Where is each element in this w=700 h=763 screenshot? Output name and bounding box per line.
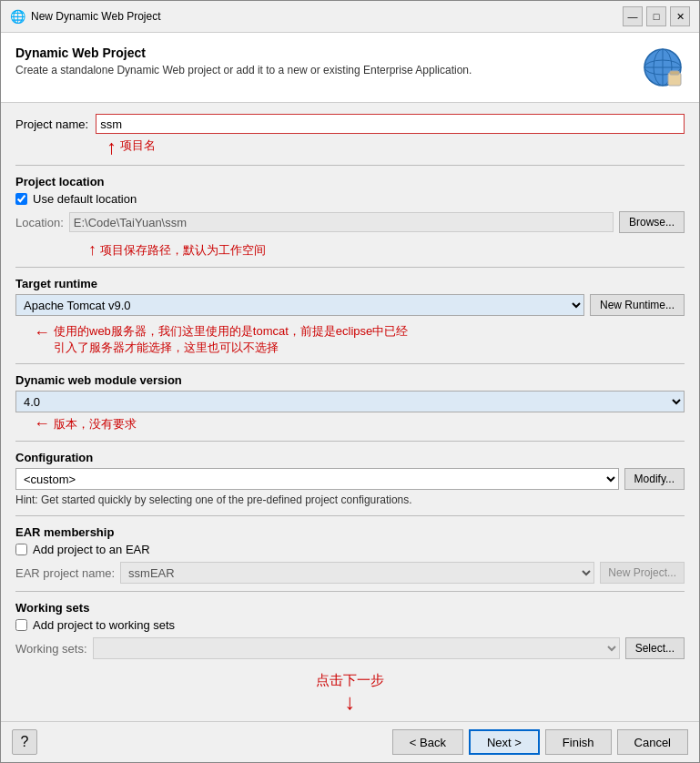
version-select[interactable]: 4.0 xyxy=(15,391,685,412)
project-name-label: Project name: xyxy=(15,117,88,131)
dialog-header: Dynamic Web Project Create a standalone … xyxy=(1,33,699,103)
ear-project-row: EAR project name: ssmEAR New Project... xyxy=(15,562,685,584)
new-project-button: New Project... xyxy=(600,562,685,584)
runtime-select[interactable]: Apache Tomcat v9.0 xyxy=(15,294,584,316)
title-bar: 🌐 New Dynamic Web Project — □ ✕ xyxy=(1,1,699,33)
working-sets-select xyxy=(93,637,620,659)
back-button[interactable]: < Back xyxy=(392,729,463,755)
next-button[interactable]: Next > xyxy=(469,729,540,755)
modify-button[interactable]: Modify... xyxy=(624,468,685,490)
configuration-section: Configuration xyxy=(15,451,685,464)
project-name-row: Project name: xyxy=(15,114,685,134)
dialog-window: 🌐 New Dynamic Web Project — □ ✕ Dynamic … xyxy=(0,0,700,763)
dynamic-web-section: Dynamic web module version xyxy=(15,373,685,387)
maximize-button[interactable]: □ xyxy=(646,6,666,26)
title-bar-text: New Dynamic Web Project xyxy=(31,10,617,23)
working-sets-input-row: Working sets: Select... xyxy=(15,637,685,659)
annot-project-name: 项目名 xyxy=(120,137,156,154)
use-default-label: Use default location xyxy=(33,192,137,206)
annotation-space: 点击下一步 ↓ xyxy=(15,665,685,719)
divider-4 xyxy=(15,441,685,442)
annotation-version: ← 版本，没有要求 xyxy=(15,414,685,433)
header-icon xyxy=(641,46,685,89)
annotation-location: ↑ 项目保存路径，默认为工作空间 xyxy=(15,240,685,259)
location-input xyxy=(69,212,614,232)
divider-6 xyxy=(15,591,685,592)
annot-version: 版本，没有要求 xyxy=(54,416,137,432)
finish-button[interactable]: Finish xyxy=(545,729,612,755)
hint-text: Hint: Get started quickly by selecting o… xyxy=(15,493,685,506)
ear-project-label: EAR project name: xyxy=(15,566,115,580)
dialog-body: Project name: ↑ 项目名 Project location Use… xyxy=(1,103,699,721)
next-step-annotation: 点击下一步 ↓ xyxy=(15,665,685,715)
arrow-icon-2: ↑ xyxy=(88,240,96,259)
ear-project-select: ssmEAR xyxy=(120,562,594,584)
add-ear-row: Add project to an EAR xyxy=(15,543,685,556)
annot-next-step: 点击下一步 xyxy=(316,672,384,689)
close-button[interactable]: ✕ xyxy=(670,6,690,26)
divider-5 xyxy=(15,515,685,516)
globe-icon xyxy=(643,47,683,87)
add-ear-checkbox[interactable] xyxy=(15,544,27,555)
working-sets-label: Working sets: xyxy=(15,642,87,656)
title-bar-icon: 🌐 xyxy=(10,9,25,24)
new-runtime-button[interactable]: New Runtime... xyxy=(590,294,685,316)
project-location-section: Project location xyxy=(15,175,685,188)
header-description: Create a standalone Dynamic Web project … xyxy=(15,64,632,76)
divider-3 xyxy=(15,363,685,364)
arrow-icon-4: ← xyxy=(34,414,50,433)
title-bar-controls: — □ ✕ xyxy=(623,6,690,26)
annot-tomcat: 使用的web服务器，我们这里使用的是tomcat，前提是eclipse中已经引入… xyxy=(54,323,418,356)
add-ear-label: Add project to an EAR xyxy=(33,543,150,556)
annotation-tomcat: ← 使用的web服务器，我们这里使用的是tomcat，前提是eclipse中已经… xyxy=(15,323,685,356)
add-working-sets-row: Add project to working sets xyxy=(15,618,685,632)
use-default-location-row: Use default location xyxy=(15,192,685,206)
ear-membership-section: EAR membership xyxy=(15,525,685,539)
divider-1 xyxy=(15,165,685,166)
help-button[interactable]: ? xyxy=(12,729,37,755)
cancel-button[interactable]: Cancel xyxy=(617,729,688,755)
use-default-checkbox[interactable] xyxy=(15,193,27,205)
arrow-icon-1: ↑ xyxy=(107,137,117,158)
config-select[interactable]: <custom> xyxy=(15,468,619,490)
svg-rect-6 xyxy=(670,71,679,75)
arrow-icon-down: ↓ xyxy=(345,689,356,715)
location-row: Location: Browse... xyxy=(15,211,685,233)
annot-location: 项目保存路径，默认为工作空间 xyxy=(100,242,266,259)
working-sets-section: Working sets xyxy=(15,601,685,615)
header-title: Dynamic Web Project xyxy=(15,46,632,60)
divider-2 xyxy=(15,267,685,268)
arrow-icon-3: ← xyxy=(34,323,50,342)
add-working-sets-checkbox[interactable] xyxy=(15,619,27,631)
header-text-block: Dynamic Web Project Create a standalone … xyxy=(15,46,632,76)
location-label: Location: xyxy=(15,216,64,229)
browse-button[interactable]: Browse... xyxy=(619,211,685,233)
project-name-input[interactable] xyxy=(96,114,685,134)
select-button: Select... xyxy=(625,637,685,659)
runtime-row: Apache Tomcat v9.0 New Runtime... xyxy=(15,294,685,316)
target-runtime-section: Target runtime xyxy=(15,277,685,290)
minimize-button[interactable]: — xyxy=(623,6,643,26)
annotation-project-name: ↑ 项目名 xyxy=(15,137,685,158)
config-row: <custom> Modify... xyxy=(15,468,685,490)
add-working-sets-label: Add project to working sets xyxy=(33,618,175,632)
dialog-footer: ? < Back Next > Finish Cancel xyxy=(1,721,699,762)
